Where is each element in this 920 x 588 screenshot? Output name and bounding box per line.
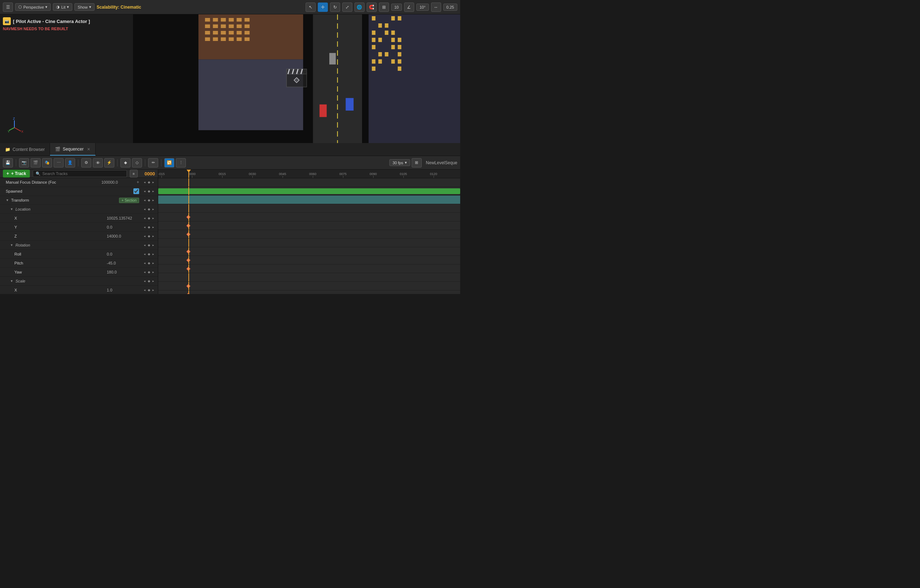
kf-add-t[interactable]: ◆ (147, 198, 151, 202)
location-chevron[interactable]: ▼ (10, 207, 13, 211)
track-row-transform[interactable]: ▼ Transform + Section ◂ ◆ ▸ (0, 196, 158, 204)
seq-grid-btn[interactable]: ⊞ (411, 158, 422, 167)
perspective-dropdown[interactable]: ⬡ Perspective ▾ (15, 3, 51, 11)
track-row-rotation[interactable]: ▼ Rotation ◂ ◆ ▸ (0, 241, 158, 249)
show-dropdown[interactable]: Show ▾ (75, 3, 94, 11)
kf-add-rp[interactable]: ◆ (147, 261, 151, 265)
kf-next-r[interactable]: ▸ (151, 243, 155, 247)
seq-menu-btn[interactable]: ⋮ (176, 158, 186, 167)
kf-next[interactable]: ▸ (151, 180, 155, 184)
spawned-checkbox[interactable] (133, 188, 139, 194)
angle-icon-btn[interactable]: ∠ (404, 3, 414, 12)
timeline-row-13[interactable] (158, 290, 460, 294)
fps-dropdown[interactable]: 30 fps ▾ (389, 159, 410, 166)
kf-next-sc[interactable]: ▸ (151, 279, 155, 283)
kf-add-s[interactable]: ◆ (147, 190, 151, 193)
seq-keyframe-btn[interactable]: ◆ (120, 158, 131, 167)
timeline-row-0[interactable] (158, 178, 460, 187)
timeline-row-1[interactable] (158, 187, 460, 196)
kf-prev-ry[interactable]: ◂ (143, 270, 146, 274)
move-tool-btn[interactable]: ✛ (318, 3, 328, 12)
timeline-row-8[interactable] (158, 247, 460, 256)
world-icon-btn[interactable]: 🌐 (355, 3, 364, 12)
kf-add-l[interactable]: ◆ (147, 207, 151, 211)
seq-eye-btn[interactable]: 👁 (93, 158, 103, 167)
grid-btn[interactable]: ⊞ (379, 3, 389, 12)
kf-next-lx[interactable]: ▸ (151, 216, 155, 220)
track-row-manual-focus[interactable]: Manual Focus Distance (Foc 100000.0 + ◂ … (0, 178, 158, 186)
sequencer-tab[interactable]: 🎬 Sequencer × (50, 143, 95, 156)
timeline-row-12[interactable] (158, 282, 460, 290)
kf-next-ry[interactable]: ▸ (151, 270, 155, 274)
scale-icon-btn[interactable]: ↔ (431, 3, 441, 12)
seq-clap-btn[interactable]: 🎭 (42, 158, 52, 167)
kf-add-r[interactable]: ◆ (147, 243, 151, 247)
timeline-row-11[interactable] (158, 273, 460, 282)
track-row-spawned[interactable]: Spawned ◂ ◆ ▸ (0, 187, 158, 196)
track-row-rot-roll[interactable]: Roll 0.0 ◂ ◆ ▸ (0, 250, 158, 258)
add-track-button[interactable]: + + Track (3, 170, 30, 178)
sequencer-tab-close[interactable]: × (87, 146, 90, 152)
lit-dropdown[interactable]: ◑ Lit ▾ (53, 3, 72, 11)
kf-prev-rr[interactable]: ◂ (143, 252, 146, 256)
section-button[interactable]: + Section (119, 198, 139, 203)
track-row-scale-x[interactable]: X 1.0 ◂ ◆ ▸ (0, 286, 158, 294)
kf-add-ly[interactable]: ◆ (147, 225, 151, 229)
kf-next-rp[interactable]: ▸ (151, 261, 155, 265)
kf-add-rr[interactable]: ◆ (147, 252, 151, 256)
track-row-location[interactable]: ▼ Location ◂ ◆ ▸ (0, 205, 158, 214)
track-row-loc-z[interactable]: Z 14000.0 ◂ ◆ ▸ (0, 232, 158, 240)
kf-add-lx[interactable]: ◆ (147, 216, 151, 220)
timeline-row-2[interactable] (158, 196, 460, 204)
timeline-row-9[interactable] (158, 256, 460, 264)
kf-next-t[interactable]: ▸ (151, 198, 155, 202)
transform-chevron[interactable]: ▼ (6, 198, 9, 202)
track-row-rot-yaw[interactable]: Yaw 180.0 ◂ ◆ ▸ (0, 268, 158, 276)
kf-prev-l[interactable]: ◂ (143, 207, 146, 211)
kf-next-s[interactable]: ▸ (151, 190, 155, 193)
seq-person-btn[interactable]: 👤 (65, 158, 75, 167)
timeline-row-5[interactable] (158, 221, 460, 230)
rotation-chevron[interactable]: ▼ (10, 243, 13, 247)
magnet-btn[interactable]: 🧲 (367, 3, 377, 12)
timeline-row-3[interactable] (158, 204, 460, 213)
kf-prev-ly[interactable]: ◂ (143, 225, 146, 229)
hamburger-menu[interactable]: ☰ (3, 3, 13, 12)
kf-add-ry[interactable]: ◆ (147, 270, 151, 274)
kf-prev-lz[interactable]: ◂ (143, 234, 146, 238)
timeline-row-7[interactable] (158, 239, 460, 247)
timeline-row-4[interactable] (158, 213, 460, 221)
kf-next-l[interactable]: ▸ (151, 207, 155, 211)
rotate-tool-btn[interactable]: ↻ (330, 3, 340, 12)
track-row-loc-y[interactable]: Y 0.0 ◂ ◆ ▸ (0, 223, 158, 232)
search-tracks-input[interactable] (33, 170, 127, 177)
seq-loop-btn[interactable]: 🔁 (164, 158, 174, 167)
viewport-3d[interactable] (133, 15, 460, 143)
kf-prev-sc[interactable]: ◂ (143, 279, 146, 283)
kf-prev-sx[interactable]: ◂ (143, 288, 146, 292)
kf-next-ly[interactable]: ▸ (151, 225, 155, 229)
seq-keyframe2-btn[interactable]: ◇ (132, 158, 142, 167)
seq-dots-btn[interactable]: ⋯ (53, 158, 64, 167)
track-row-scale[interactable]: ▼ Scale ◂ ◆ ▸ (0, 277, 158, 285)
kf-prev-lx[interactable]: ◂ (143, 216, 146, 220)
kf-next-rr[interactable]: ▸ (151, 252, 155, 256)
seq-create-camera-btn[interactable]: 📷 (19, 158, 29, 167)
kf-prev-s[interactable]: ◂ (143, 190, 146, 193)
manual-focus-add-key[interactable]: + (137, 180, 139, 185)
scale-chevron[interactable]: ▼ (10, 279, 13, 283)
kf-prev-rp[interactable]: ◂ (143, 261, 146, 265)
kf-next-lz[interactable]: ▸ (151, 234, 155, 238)
kf-add[interactable]: ◆ (147, 180, 151, 184)
kf-prev[interactable]: ◂ (143, 180, 146, 184)
seq-save-btn[interactable]: 💾 (3, 158, 13, 167)
filter-icon-btn[interactable]: ≡ (130, 170, 138, 178)
track-row-rot-pitch[interactable]: Pitch -45.0 ◂ ◆ ▸ (0, 259, 158, 267)
kf-add-sc[interactable]: ◆ (147, 279, 151, 283)
track-row-loc-x[interactable]: X 10025.135742 ◂ ◆ ▸ (0, 214, 158, 222)
kf-prev-t[interactable]: ◂ (143, 198, 146, 202)
timeline-tracks[interactable] (158, 178, 460, 294)
timeline-row-10[interactable] (158, 264, 460, 273)
kf-next-sx[interactable]: ▸ (151, 288, 155, 292)
scale-tool-btn[interactable]: ⤢ (342, 3, 352, 12)
